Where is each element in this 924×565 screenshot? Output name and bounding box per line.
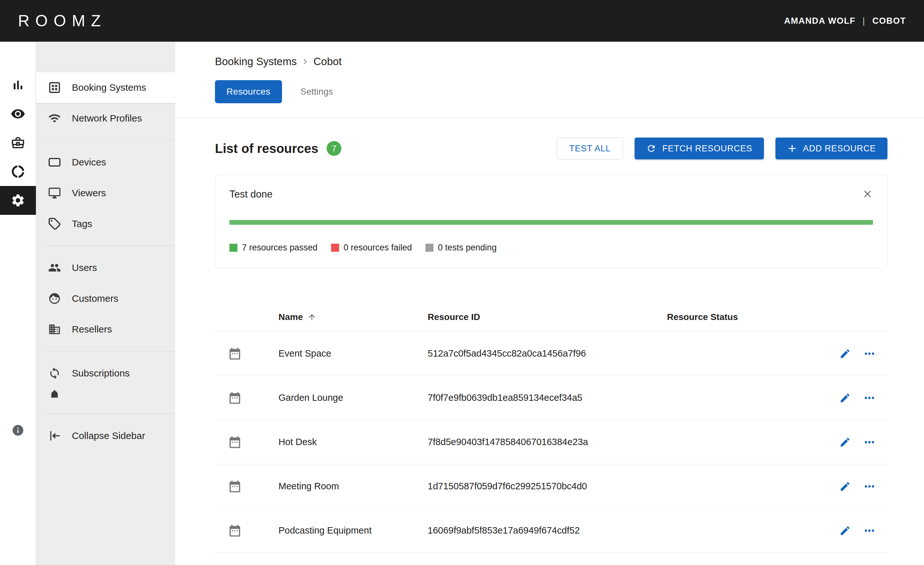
rail-item-info[interactable]	[0, 421, 36, 440]
resources-table: Name Resource ID Resource Status Event S…	[215, 303, 887, 553]
user-name: AMANDA WOLF	[784, 16, 855, 26]
edit-button[interactable]	[839, 525, 851, 537]
divider	[45, 414, 175, 414]
failed-swatch	[331, 244, 339, 252]
info-icon	[12, 424, 24, 437]
test-legend: 7 resources passed 0 resources failed 0 …	[230, 243, 873, 253]
more-actions-button[interactable]	[862, 480, 876, 493]
more-actions-button[interactable]	[862, 391, 876, 405]
sidebar-item-users[interactable]: Users	[36, 252, 175, 283]
edit-button[interactable]	[839, 392, 851, 404]
org-name: COBOT	[872, 16, 906, 26]
resources-panel: List of resources 7 TEST ALL FETCH RESOU…	[175, 118, 924, 565]
face-icon	[48, 292, 61, 305]
divider	[45, 246, 175, 246]
booking-systems-icon	[48, 81, 61, 94]
table-header-row: Name Resource ID Resource Status	[215, 303, 887, 331]
sidebar-item-resellers[interactable]: Resellers	[36, 314, 175, 345]
legend-passed: 7 resources passed	[230, 243, 318, 253]
monitor-icon	[48, 187, 61, 199]
sidebar-item-subscriptions[interactable]: Subscriptions	[36, 358, 175, 389]
collapse-sidebar-label: Collapse Sidebar	[72, 430, 145, 441]
resource-name: Podcasting Equipment	[279, 525, 428, 536]
sidebar-item-viewers[interactable]: Viewers	[36, 178, 175, 208]
resource-count-badge: 7	[327, 141, 341, 156]
ring-icon	[10, 164, 26, 179]
calendar-icon	[215, 391, 279, 405]
table-header-resource-id: Resource ID	[428, 312, 667, 322]
sidebar-item-label: Network Profiles	[72, 113, 142, 124]
test-all-button[interactable]: TEST ALL	[556, 138, 623, 159]
divider	[45, 140, 175, 141]
rail-item-analytics[interactable]	[0, 70, 36, 99]
add-resource-button[interactable]: ADD RESOURCE	[776, 138, 887, 159]
resource-name: Hot Desk	[279, 437, 428, 447]
device-icon	[48, 156, 61, 169]
sidebar-item-label: Customers	[72, 293, 118, 304]
list-header: List of resources 7 TEST ALL FETCH RESOU…	[215, 138, 887, 159]
tag-icon	[48, 217, 61, 230]
account-menu[interactable]: AMANDA WOLF | COBOT	[784, 16, 906, 26]
rail-item-settings[interactable]	[0, 186, 36, 215]
calendar-icon	[215, 524, 279, 538]
table-header-resource-status: Resource Status	[667, 312, 825, 322]
sidebar-item-network-profiles[interactable]: Network Profiles	[36, 103, 175, 134]
tab-bar: Resources Settings	[215, 80, 887, 103]
tab-settings[interactable]: Settings	[301, 87, 333, 97]
resource-id: 7f0f7e9fb0639db1ea859134ecef34a5	[428, 393, 667, 403]
close-icon[interactable]	[862, 189, 873, 199]
more-actions-button[interactable]	[862, 524, 876, 538]
partial-item-icon	[48, 389, 175, 398]
sync-icon	[48, 367, 61, 380]
test-result-card: Test done 7 resources passed 0 resources…	[215, 175, 887, 268]
tab-resources[interactable]: Resources	[215, 80, 282, 103]
resource-id: 1d7150587f059d7f6c299251570bc4d0	[428, 481, 667, 492]
table-row: Meeting Room 1d7150587f059d7f6c299251570…	[215, 464, 887, 508]
sort-ascending-icon	[308, 313, 316, 322]
table-row: Garden Lounge 7f0f7e9fb0639db1ea859134ec…	[215, 376, 887, 420]
topbar: ROOMZ AMANDA WOLF | COBOT	[0, 0, 924, 42]
sidebar-item-label: Subscriptions	[72, 368, 130, 379]
legend-pending: 0 tests pending	[425, 243, 496, 253]
sidebar-item-label: Booking Systems	[72, 82, 146, 93]
sidebar-item-tags[interactable]: Tags	[36, 208, 175, 239]
sidebar-item-partial[interactable]	[36, 389, 175, 398]
table-row: Podcasting Equipment 16069f9abf5f853e17a…	[215, 508, 887, 553]
resource-id: 7f8d5e90403f1478584067016384e23a	[428, 437, 667, 447]
pending-swatch	[425, 244, 434, 252]
sidebar: Booking Systems Network Profiles Devices…	[36, 42, 175, 565]
collapse-sidebar-button[interactable]: Collapse Sidebar	[36, 420, 175, 451]
calendar-icon	[215, 435, 279, 449]
plus-icon	[787, 143, 797, 154]
sidebar-item-booking-systems[interactable]: Booking Systems	[36, 72, 175, 103]
roomz-logo[interactable]: ROOMZ	[18, 12, 106, 30]
rail-item-monitoring[interactable]	[0, 99, 36, 128]
rail-item-workplace[interactable]	[0, 128, 36, 157]
calendar-icon	[215, 480, 279, 493]
breadcrumb-current: Cobot	[314, 55, 342, 67]
more-actions-button[interactable]	[862, 435, 876, 449]
icon-rail	[0, 42, 36, 565]
settings-gear-icon	[10, 193, 26, 208]
rail-item-roomz[interactable]	[0, 157, 36, 186]
passed-swatch	[230, 244, 237, 252]
sidebar-item-devices[interactable]: Devices	[36, 147, 175, 178]
edit-button[interactable]	[839, 481, 851, 492]
edit-button[interactable]	[839, 348, 851, 360]
edit-button[interactable]	[839, 436, 851, 448]
breadcrumb: Booking Systems › Cobot	[215, 55, 887, 68]
breadcrumb-parent[interactable]: Booking Systems	[215, 55, 297, 67]
sidebar-item-label: Tags	[72, 218, 92, 229]
table-row: Hot Desk 7f8d5e90403f1478584067016384e23…	[215, 420, 887, 464]
fetch-resources-button[interactable]: FETCH RESOURCES	[634, 138, 764, 159]
sidebar-item-customers[interactable]: Customers	[36, 283, 175, 314]
more-actions-button[interactable]	[862, 347, 876, 361]
users-icon	[48, 261, 61, 274]
building-icon	[48, 323, 61, 336]
legend-failed: 0 resources failed	[331, 243, 412, 253]
resource-id: 512a7c0f5ad4345cc82a0ca1456a7f96	[428, 348, 667, 359]
wifi-icon	[48, 112, 61, 125]
table-header-name[interactable]: Name	[279, 312, 428, 322]
main-content: Booking Systems › Cobot Resources Settin…	[175, 42, 924, 565]
calendar-icon	[215, 347, 279, 361]
